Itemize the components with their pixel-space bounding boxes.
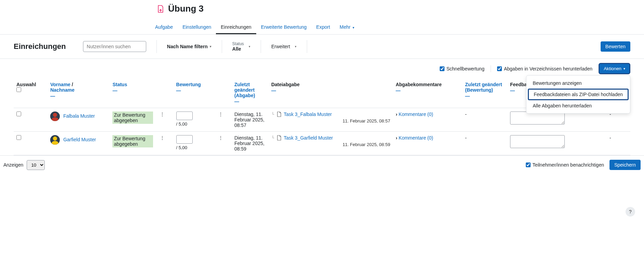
feedback-textarea[interactable]	[510, 135, 565, 148]
page-title: Übung 3	[168, 3, 204, 14]
tab-einstellungen[interactable]: Einstellungen	[178, 21, 216, 34]
svg-point-4	[53, 136, 57, 141]
comments-toggle[interactable]: › Kommentare (0)	[396, 135, 460, 141]
tab-erweiterte-bewertung[interactable]: Erweiterte Bewertung	[256, 21, 312, 34]
col-modified-sort[interactable]: Zuletzt geändert (Abgabe)	[234, 82, 255, 98]
grade-input[interactable]	[176, 135, 193, 144]
grade-menu-button[interactable]: ⋮	[217, 110, 224, 118]
comments-toggle[interactable]: › Kommentare (0)	[396, 112, 460, 117]
notify-checkbox[interactable]: Teilnehmer/innen benachrichtigen	[526, 162, 604, 168]
status-badge: Zur Bewertung abgegeben	[112, 135, 153, 147]
col-status-sort[interactable]: Status	[112, 82, 127, 87]
file-date: 11. Februar 2025, 08:59	[271, 142, 390, 147]
file-date: 11. Februar 2025, 08:57	[271, 118, 390, 123]
chevron-down-icon: ▾	[295, 45, 297, 48]
nav-tabs: Aufgabe Einstellungen Einreichungen Erwe…	[0, 21, 644, 35]
file-icon	[277, 112, 282, 117]
download-folders-checkbox[interactable]: Abgaben in Verzeichnissen herunterladen	[497, 66, 592, 71]
tree-icon: └	[271, 135, 274, 140]
chevron-down-icon: ▾	[624, 67, 625, 70]
avatar	[50, 135, 60, 145]
hide-col-file[interactable]: —	[271, 88, 390, 93]
grade-button[interactable]: Bewerten	[601, 41, 630, 52]
final-grade: -	[590, 132, 630, 155]
chevron-down-icon: ▾	[353, 26, 354, 29]
chevron-right-icon: ›	[396, 112, 397, 117]
hide-col-name[interactable]: —	[50, 93, 107, 99]
assignment-icon	[157, 5, 164, 13]
toolbar: Einreichungen Nach Name filtern ▾ Status…	[0, 35, 644, 59]
hide-col-gmod[interactable]: —	[465, 93, 505, 99]
user-link[interactable]: Garfield Muster	[63, 137, 96, 142]
search-input[interactable]	[83, 41, 146, 52]
status-filter[interactable]: Status Alle ▾	[232, 41, 250, 52]
modified-date: Dienstag, 11. Februar 2025, 08:59	[232, 132, 269, 155]
grade-input[interactable]	[176, 112, 193, 120]
table-row: Garfield Muster Zur Bewertung abgegeben …	[14, 132, 630, 155]
user-link[interactable]: Falbala Muster	[63, 113, 95, 119]
hide-col-bewertung[interactable]: —	[176, 88, 211, 93]
col-dateiabgabe: Dateiabgabe	[271, 82, 300, 87]
section-heading: Einreichungen	[14, 42, 66, 51]
tree-icon: └	[271, 112, 274, 117]
actions-button[interactable]: Aktionen ▾	[599, 63, 630, 74]
col-bewertung-sort[interactable]: Bewertung	[176, 82, 201, 87]
grade-modified: -	[462, 132, 507, 155]
file-link[interactable]: Task 3_Falbala Muster	[284, 112, 332, 117]
per-page-select[interactable]: 10	[27, 160, 45, 170]
grade-menu-button[interactable]: ⋮	[217, 134, 224, 142]
chevron-down-icon: ▾	[210, 45, 211, 48]
footer-bar: Anzeigen 10 Teilnehmer/innen benachricht…	[0, 155, 644, 173]
chevron-right-icon: ›	[396, 135, 397, 141]
menu-upload-zip[interactable]: Feedbackdateien als ZIP-Datei hochladen	[528, 89, 629, 100]
hide-col-status[interactable]: —	[112, 88, 153, 93]
status-badge: Zur Bewertung abgegeben	[112, 112, 153, 124]
col-auswahl: Auswahl	[16, 82, 36, 87]
grade-modified: -	[462, 108, 507, 132]
max-grade-label: / 5,00	[176, 145, 211, 150]
actions-dropdown: Bewertungen anzeigen Feedbackdateien als…	[526, 75, 630, 114]
chevron-down-icon: ▾	[249, 45, 250, 48]
max-grade-label: / 5,00	[176, 121, 211, 127]
file-icon	[277, 135, 282, 141]
filter-by-name[interactable]: Nach Name filtern ▾	[167, 44, 211, 49]
svg-point-1	[53, 113, 57, 117]
tab-export[interactable]: Export	[312, 21, 335, 34]
save-button[interactable]: Speichern	[609, 160, 641, 170]
col-grade-modified-sort[interactable]: Zuletzt geändert (Bewertung)	[465, 82, 502, 93]
menu-show-grades[interactable]: Bewertungen anzeigen	[526, 78, 630, 89]
anzeigen-label: Anzeigen	[3, 162, 23, 168]
modified-date: Dienstag, 11. Februar 2025, 08:57	[232, 108, 269, 132]
col-kommentare: Abgabekommentare	[396, 82, 442, 87]
row-menu-button[interactable]: ⋮	[159, 110, 166, 118]
row-menu-button[interactable]: ⋮	[159, 134, 166, 142]
row-checkbox[interactable]	[16, 112, 21, 116]
avatar	[50, 112, 60, 121]
col-nachname-sort[interactable]: Nachname	[50, 87, 74, 93]
hide-col-comments[interactable]: —	[396, 88, 460, 93]
options-bar: Schnellbewertung Abgaben in Verzeichniss…	[0, 59, 644, 78]
tab-aufgabe[interactable]: Aufgabe	[150, 21, 178, 34]
col-vorname-sort[interactable]: Vorname	[50, 82, 70, 87]
tab-mehr[interactable]: Mehr ▾	[335, 21, 359, 34]
file-link[interactable]: Task 3_Garfield Muster	[284, 135, 333, 141]
select-all-checkbox[interactable]	[16, 87, 21, 92]
hide-col-modified[interactable]: —	[234, 99, 266, 104]
advanced-filter[interactable]: Erweitert ▾	[271, 44, 297, 49]
row-checkbox[interactable]	[16, 135, 21, 140]
tab-einreichungen[interactable]: Einreichungen	[216, 21, 256, 34]
quick-grading-checkbox[interactable]: Schnellbewertung	[440, 66, 484, 71]
menu-download-all[interactable]: Alle Abgaben herunterladen	[526, 100, 630, 111]
